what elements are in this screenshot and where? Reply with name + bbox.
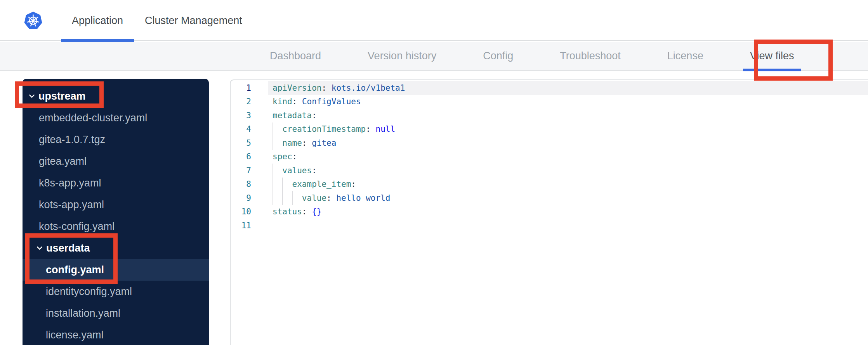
code-token: : <box>351 179 356 189</box>
line-number: 2 <box>231 95 268 109</box>
tree-item-label: k8s-app.yaml <box>39 177 101 189</box>
line-content: name: gitea <box>268 136 868 150</box>
tree-item-label: embedded-cluster.yaml <box>39 112 147 124</box>
subnav-items: DashboardVersion historyConfigTroublesho… <box>270 42 868 70</box>
code-line: 3metadata: <box>231 109 868 122</box>
code-token: ConfigValues <box>302 97 361 106</box>
tree-item-label: kots-app.yaml <box>39 199 104 211</box>
indent-guide-icon <box>273 178 282 191</box>
line-content: apiVersion: kots.io/v1beta1 <box>268 81 868 95</box>
chevron-down-icon <box>36 245 43 252</box>
code-token: spec <box>273 152 292 161</box>
tree-item-gitea-1-0-7-tgz[interactable]: gitea-1.0.7.tgz <box>23 129 209 150</box>
code-line: 9value: hello world <box>231 191 868 205</box>
code-line: 8example_item: <box>231 178 868 191</box>
tree-item-config-yaml[interactable]: config.yaml <box>23 259 209 281</box>
code-line: 6spec: <box>231 150 868 164</box>
kubernetes-logo[interactable] <box>24 10 42 31</box>
code-token: : <box>366 124 375 134</box>
line-content: example_item: <box>268 178 868 191</box>
code-token: metadata <box>273 111 312 120</box>
line-content: metadata: <box>268 109 868 122</box>
code-token: hello world <box>336 193 390 203</box>
line-number: 11 <box>231 219 268 233</box>
tree-item-identityconfig-yaml[interactable]: identityconfig.yaml <box>23 281 209 302</box>
line-content: spec: <box>268 150 868 164</box>
tree-item-kots-app-yaml[interactable]: kots-app.yaml <box>23 194 209 216</box>
code-token: : <box>326 193 336 203</box>
tree-item-installation-yaml[interactable]: installation.yaml <box>23 302 209 324</box>
chevron-down-icon <box>28 93 35 100</box>
code-token: null <box>376 124 396 134</box>
subnav-item-license[interactable]: License <box>667 42 703 70</box>
tree-item-label: installation.yaml <box>46 307 120 319</box>
line-content: values: <box>268 164 868 178</box>
line-number: 8 <box>231 178 268 191</box>
code-line: 11 <box>231 219 868 233</box>
code-token: apiVersion <box>273 83 321 93</box>
code-token: : <box>312 111 317 120</box>
line-number: 7 <box>231 164 268 178</box>
code-token: values <box>282 166 312 175</box>
line-number: 5 <box>231 136 268 150</box>
line-number: 6 <box>231 150 268 164</box>
tree-item-label: upstream <box>38 90 86 102</box>
tree-item-kots-config-yaml[interactable]: kots-config.yaml <box>23 216 209 237</box>
line-number: 3 <box>231 109 268 122</box>
tree-item-license-yaml[interactable]: license.yaml <box>23 324 209 345</box>
line-number: 1 <box>231 81 268 95</box>
subnav-item-dashboard[interactable]: Dashboard <box>270 42 321 70</box>
tree-item-gitea-yaml[interactable]: gitea.yaml <box>23 150 209 172</box>
line-content <box>268 219 868 233</box>
tree-item-label: license.yaml <box>46 329 104 341</box>
subnav-item-config[interactable]: Config <box>483 42 513 70</box>
code-token: status <box>273 207 302 216</box>
code-token: : <box>312 166 317 175</box>
header-tabs: ApplicationCluster Management <box>61 0 253 41</box>
subnav-item-troubleshoot[interactable]: Troubleshoot <box>560 42 621 70</box>
code-line: 10status: {} <box>231 205 868 219</box>
tree-item-label: config.yaml <box>46 264 104 276</box>
tree-item-label: gitea.yaml <box>39 155 87 167</box>
line-content: kind: ConfigValues <box>268 95 868 109</box>
indent-guide-icon <box>292 191 302 205</box>
line-number: 10 <box>231 205 268 219</box>
code-token: value <box>302 193 326 203</box>
file-tree: upstreamembedded-cluster.yamlgitea-1.0.7… <box>23 79 209 345</box>
line-content: creationTimestamp: null <box>268 122 868 136</box>
indent-guide-icon <box>273 164 282 178</box>
tab-application[interactable]: Application <box>61 0 134 41</box>
indent-guide-icon <box>282 178 292 191</box>
tree-item-upstream[interactable]: upstream <box>23 85 209 107</box>
code-token: creationTimestamp <box>282 124 366 134</box>
line-number: 9 <box>231 191 268 205</box>
code-line: 5name: gitea <box>231 136 868 150</box>
code-line: 7values: <box>231 164 868 178</box>
tree-item-label: gitea-1.0.7.tgz <box>39 134 105 146</box>
code-editor[interactable]: 1apiVersion: kots.io/v1beta12kind: Confi… <box>230 79 868 345</box>
code-token: kind <box>273 97 292 106</box>
tree-item-k8s-app-yaml[interactable]: k8s-app.yaml <box>23 172 209 194</box>
line-number: 4 <box>231 122 268 136</box>
subnav-item-version-history[interactable]: Version history <box>368 42 436 70</box>
header: ApplicationCluster Management <box>0 0 868 41</box>
subnav-item-view-files[interactable]: View files <box>750 42 794 70</box>
code-token: example_item <box>292 179 351 189</box>
code-line: 1apiVersion: kots.io/v1beta1 <box>231 81 868 95</box>
code-token: gitea <box>312 138 336 148</box>
code-token: : <box>292 97 302 106</box>
indent-guide-icon <box>273 191 282 205</box>
subnav: DashboardVersion historyConfigTroublesho… <box>0 42 868 71</box>
line-content: value: hello world <box>268 191 868 205</box>
code-token: {} <box>312 207 321 216</box>
tree-item-embedded-cluster-yaml[interactable]: embedded-cluster.yaml <box>23 107 209 129</box>
code-line: 4creationTimestamp: null <box>231 122 868 136</box>
code-token: kots.io/v1beta1 <box>332 83 405 93</box>
code-token: : <box>321 83 331 93</box>
tab-cluster-management[interactable]: Cluster Management <box>134 0 253 41</box>
code-line: 2kind: ConfigValues <box>231 95 868 109</box>
tree-item-userdata[interactable]: userdata <box>23 237 209 259</box>
indent-guide-icon <box>273 122 282 136</box>
line-content: status: {} <box>268 205 868 219</box>
indent-guide-icon <box>282 191 292 205</box>
